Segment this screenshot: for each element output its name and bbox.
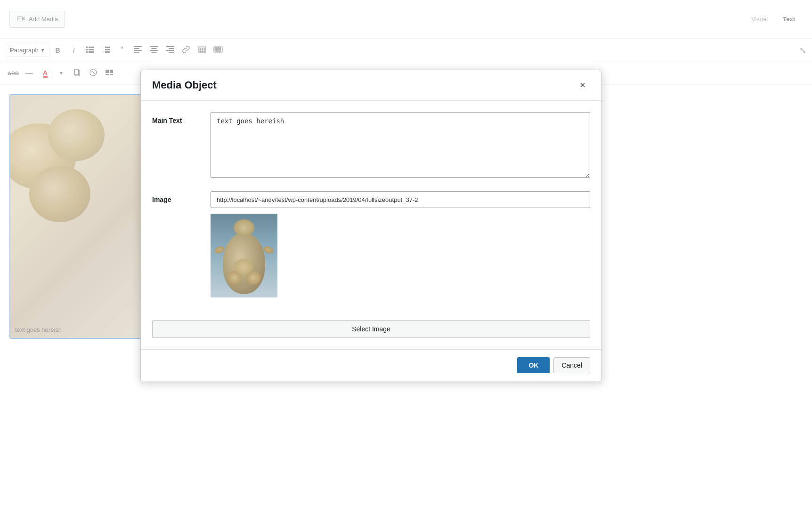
editor-wrap: Add Media Visual Text Paragraph ▼ B I (0, 0, 812, 530)
modal-close-button[interactable]: × (575, 78, 590, 93)
media-object-modal: Media Object × Main Text text goes herei… (140, 70, 602, 381)
image-field (211, 191, 590, 297)
image-label: Image (152, 191, 199, 203)
figurine-image (211, 214, 277, 297)
ok-button[interactable]: OK (517, 357, 550, 373)
main-text-row: Main Text text goes hereish (152, 112, 590, 180)
figurine-body (223, 233, 265, 294)
select-image-button[interactable]: Select Image (152, 320, 590, 338)
modal-footer: OK Cancel (141, 349, 601, 381)
image-preview (211, 214, 277, 297)
cancel-button[interactable]: Cancel (553, 357, 590, 373)
main-text-label: Main Text (152, 112, 199, 124)
image-row: Image (152, 191, 590, 297)
modal-title: Media Object (152, 79, 217, 91)
main-text-input[interactable]: text goes hereish (211, 112, 590, 178)
main-text-field: text goes hereish (211, 112, 590, 180)
image-url-input[interactable] (211, 191, 590, 208)
figurine-head (234, 219, 254, 236)
modal-header: Media Object × (141, 70, 601, 101)
modal-body: Main Text text goes hereish Image (141, 101, 601, 349)
